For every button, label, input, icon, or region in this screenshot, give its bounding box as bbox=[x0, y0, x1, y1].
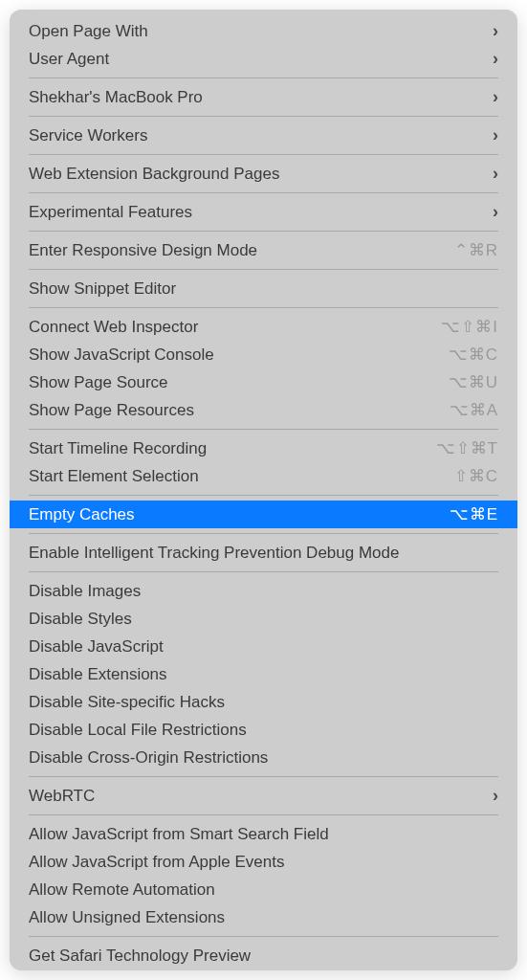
menu-item-open-page-with[interactable]: Open Page With› bbox=[10, 17, 517, 45]
menu-separator bbox=[29, 495, 498, 496]
chevron-right-icon: › bbox=[493, 49, 498, 69]
menu-item-experimental-features[interactable]: Experimental Features› bbox=[10, 198, 517, 226]
menu-item-device-name[interactable]: Shekhar's MacBook Pro› bbox=[10, 83, 517, 111]
menu-item-label: Disable Extensions bbox=[29, 665, 498, 684]
chevron-right-icon: › bbox=[493, 202, 498, 222]
menu-separator bbox=[29, 533, 498, 534]
menu-item-label: Get Safari Technology Preview bbox=[29, 947, 498, 966]
menu-item-disable-javascript[interactable]: Disable JavaScript bbox=[10, 633, 517, 660]
menu-separator bbox=[29, 429, 498, 430]
menu-item-show-page-source[interactable]: Show Page Source⌥⌘U bbox=[10, 368, 517, 396]
menu-separator bbox=[29, 116, 498, 117]
menu-item-disable-local-file-restrictions[interactable]: Disable Local File Restrictions bbox=[10, 716, 517, 744]
menu-shortcut: ⌃⌘R bbox=[454, 240, 498, 260]
menu-item-label: Show Page Resources bbox=[29, 401, 440, 420]
menu-separator bbox=[29, 231, 498, 232]
menu-separator bbox=[29, 936, 498, 937]
menu-shortcut: ⌥⌘U bbox=[449, 372, 498, 392]
menu-item-disable-extensions[interactable]: Disable Extensions bbox=[10, 660, 517, 688]
menu-shortcut: ⇧⌘C bbox=[454, 466, 498, 486]
menu-item-label: Allow JavaScript from Smart Search Field bbox=[29, 825, 498, 844]
menu-item-webrtc[interactable]: WebRTC› bbox=[10, 782, 517, 810]
menu-shortcut: ⌥⌘E bbox=[450, 504, 498, 524]
chevron-right-icon: › bbox=[493, 786, 498, 806]
menu-item-start-element-selection[interactable]: Start Element Selection⇧⌘C bbox=[10, 462, 517, 490]
menu-shortcut: ⌥⌘C bbox=[449, 345, 498, 365]
menu-shortcut: ⌥⇧⌘I bbox=[441, 317, 498, 337]
menu-separator bbox=[29, 154, 498, 155]
menu-item-label: Disable Images bbox=[29, 582, 498, 601]
menu-item-label: Start Element Selection bbox=[29, 467, 445, 486]
menu-item-label: Disable Site-specific Hacks bbox=[29, 693, 498, 712]
menu-item-label: Shekhar's MacBook Pro bbox=[29, 88, 483, 107]
menu-separator bbox=[29, 192, 498, 193]
menu-item-label: Disable JavaScript bbox=[29, 637, 498, 657]
menu-item-label: Empty Caches bbox=[29, 505, 440, 524]
menu-item-show-snippet-editor[interactable]: Show Snippet Editor bbox=[10, 275, 517, 302]
menu-item-disable-styles[interactable]: Disable Styles bbox=[10, 605, 517, 633]
menu-item-enable-itp-debug[interactable]: Enable Intelligent Tracking Prevention D… bbox=[10, 539, 517, 567]
menu-separator bbox=[29, 307, 498, 308]
menu-item-label: Enable Intelligent Tracking Prevention D… bbox=[29, 544, 498, 563]
menu-item-get-safari-tech-preview[interactable]: Get Safari Technology Preview bbox=[10, 942, 517, 969]
menu-separator bbox=[29, 814, 498, 815]
menu-item-label: Show Page Source bbox=[29, 373, 439, 392]
menu-item-label: Show JavaScript Console bbox=[29, 345, 439, 365]
menu-item-label: Allow Unsigned Extensions bbox=[29, 908, 498, 927]
menu-item-disable-images[interactable]: Disable Images bbox=[10, 577, 517, 605]
menu-item-disable-cross-origin-restrictions[interactable]: Disable Cross-Origin Restrictions bbox=[10, 744, 517, 771]
menu-item-show-page-resources[interactable]: Show Page Resources⌥⌘A bbox=[10, 396, 517, 424]
menu-separator bbox=[29, 269, 498, 270]
menu-shortcut: ⌥⇧⌘T bbox=[436, 438, 498, 458]
menu-item-label: Allow Remote Automation bbox=[29, 880, 498, 900]
chevron-right-icon: › bbox=[493, 125, 498, 145]
menu-item-label: Disable Local File Restrictions bbox=[29, 721, 498, 740]
chevron-right-icon: › bbox=[493, 87, 498, 107]
menu-item-label: Allow JavaScript from Apple Events bbox=[29, 853, 498, 872]
chevron-right-icon: › bbox=[493, 21, 498, 41]
menu-item-show-js-console[interactable]: Show JavaScript Console⌥⌘C bbox=[10, 341, 517, 368]
chevron-right-icon: › bbox=[493, 164, 498, 184]
menu-separator bbox=[29, 776, 498, 777]
menu-shortcut: ⌥⌘A bbox=[450, 400, 498, 420]
menu-item-label: WebRTC bbox=[29, 787, 483, 806]
menu-item-start-timeline-recording[interactable]: Start Timeline Recording⌥⇧⌘T bbox=[10, 434, 517, 462]
menu-item-label: Disable Styles bbox=[29, 610, 498, 629]
menu-item-allow-remote-automation[interactable]: Allow Remote Automation bbox=[10, 876, 517, 903]
menu-item-label: Disable Cross-Origin Restrictions bbox=[29, 748, 498, 768]
menu-item-allow-js-smart-search[interactable]: Allow JavaScript from Smart Search Field bbox=[10, 820, 517, 848]
menu-item-label: Experimental Features bbox=[29, 203, 483, 222]
menu-separator bbox=[29, 78, 498, 78]
menu-item-label: Connect Web Inspector bbox=[29, 318, 431, 337]
menu-item-label: Web Extension Background Pages bbox=[29, 165, 483, 184]
menu-item-label: Show Snippet Editor bbox=[29, 279, 498, 299]
menu-item-allow-js-apple-events[interactable]: Allow JavaScript from Apple Events bbox=[10, 848, 517, 876]
menu-item-disable-site-hacks[interactable]: Disable Site-specific Hacks bbox=[10, 688, 517, 716]
menu-item-label: Open Page With bbox=[29, 22, 483, 41]
menu-item-allow-unsigned-extensions[interactable]: Allow Unsigned Extensions bbox=[10, 903, 517, 931]
menu-item-label: Service Workers bbox=[29, 126, 483, 145]
menu-item-service-workers[interactable]: Service Workers› bbox=[10, 122, 517, 149]
develop-menu: Open Page With›User Agent›Shekhar's MacB… bbox=[10, 10, 517, 970]
menu-item-user-agent[interactable]: User Agent› bbox=[10, 45, 517, 73]
menu-item-label: User Agent bbox=[29, 50, 483, 69]
menu-item-connect-web-inspector[interactable]: Connect Web Inspector⌥⇧⌘I bbox=[10, 313, 517, 341]
menu-item-enter-responsive-design[interactable]: Enter Responsive Design Mode⌃⌘R bbox=[10, 236, 517, 264]
menu-separator bbox=[29, 571, 498, 572]
menu-item-label: Start Timeline Recording bbox=[29, 439, 427, 458]
menu-item-label: Enter Responsive Design Mode bbox=[29, 241, 445, 260]
menu-item-empty-caches[interactable]: Empty Caches⌥⌘E bbox=[10, 501, 517, 528]
menu-item-web-extension-bg-pages[interactable]: Web Extension Background Pages› bbox=[10, 160, 517, 188]
